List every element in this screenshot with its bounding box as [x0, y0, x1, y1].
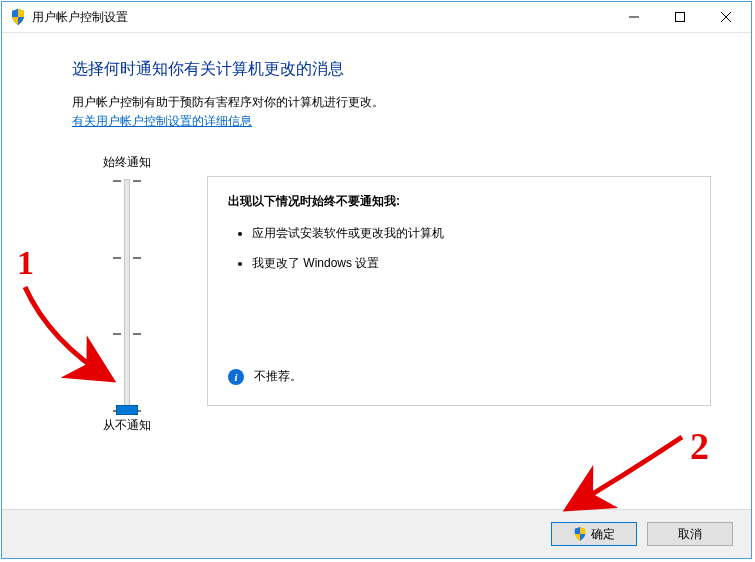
- cancel-button[interactable]: 取消: [647, 522, 733, 546]
- panel-footer-text: 不推荐。: [254, 368, 302, 385]
- ok-button-label: 确定: [591, 526, 615, 543]
- slider-column: 始终通知 从不通知: [72, 154, 182, 434]
- slider-tick: [113, 333, 141, 335]
- maximize-icon: [675, 12, 685, 22]
- ok-button[interactable]: 确定: [551, 522, 637, 546]
- notification-slider[interactable]: [72, 179, 182, 409]
- panel-footer: i 不推荐。: [228, 368, 302, 385]
- slider-tick: [113, 257, 141, 259]
- window-title: 用户帐户控制设置: [32, 9, 611, 26]
- body-row: 始终通知 从不通知 出现以下情况时始终不要通知我: 应用尝试安装软件或更改我的计…: [72, 154, 711, 434]
- slider-tick: [113, 180, 141, 182]
- maximize-button[interactable]: [657, 3, 703, 32]
- minimize-button[interactable]: [611, 3, 657, 32]
- slider-top-label: 始终通知: [72, 154, 182, 171]
- svg-rect-1: [676, 13, 685, 22]
- shield-icon: [573, 527, 587, 541]
- panel-bullet: 应用尝试安装软件或更改我的计算机: [252, 224, 690, 242]
- shield-icon: [10, 9, 26, 25]
- dialog-footer: 确定 取消: [2, 509, 751, 558]
- slider-thumb[interactable]: [116, 405, 138, 415]
- content-area: 选择何时通知你有关计算机更改的消息 用户帐户控制有助于预防有害程序对你的计算机进…: [2, 33, 751, 444]
- description-panel: 出现以下情况时始终不要通知我: 应用尝试安装软件或更改我的计算机 我更改了 Wi…: [207, 176, 711, 406]
- learn-more-link[interactable]: 有关用户帐户控制设置的详细信息: [72, 113, 252, 130]
- titlebar[interactable]: 用户帐户控制设置: [2, 2, 751, 33]
- page-heading: 选择何时通知你有关计算机更改的消息: [72, 59, 711, 80]
- panel-heading: 出现以下情况时始终不要通知我:: [228, 193, 690, 210]
- minimize-icon: [629, 12, 639, 22]
- info-icon: i: [228, 369, 244, 385]
- page-subtext: 用户帐户控制有助于预防有害程序对你的计算机进行更改。: [72, 94, 711, 111]
- panel-bullet-list: 应用尝试安装软件或更改我的计算机 我更改了 Windows 设置: [238, 224, 690, 272]
- cancel-button-label: 取消: [678, 526, 702, 543]
- slider-bottom-label: 从不通知: [72, 417, 182, 434]
- slider-track: [124, 179, 130, 411]
- uac-settings-window: 用户帐户控制设置 选择何时通知你有关计算机更改的消息 用户帐户控制有助于预防有害…: [1, 1, 752, 559]
- close-button[interactable]: [703, 3, 749, 32]
- panel-bullet: 我更改了 Windows 设置: [252, 254, 690, 272]
- close-icon: [721, 12, 731, 22]
